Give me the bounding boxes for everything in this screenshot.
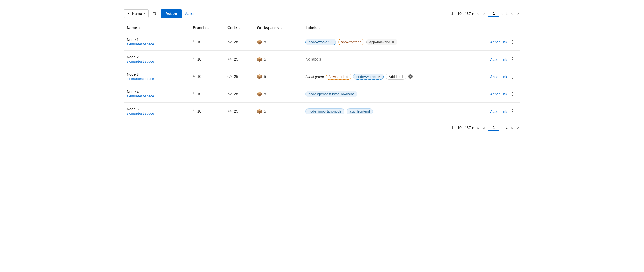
code-cell: </> 25 [224, 68, 254, 85]
bottom-pagination: 1 – 10 of 37 ▾ × × of 4 × × [124, 120, 520, 133]
workspace-count: 5 [264, 109, 266, 113]
action-link-button[interactable]: Action [184, 9, 197, 18]
branch-icon: ⑂ [193, 74, 195, 79]
labels-cell: node=worker ✕ app=frontend app=backend ✕ [302, 33, 478, 51]
bottom-pagination-x1[interactable]: × [476, 125, 480, 130]
action-cell: Action link ⋮ [478, 85, 520, 103]
bottom-pagination-x2[interactable]: × [482, 125, 486, 130]
row-kebab-button[interactable]: ⋮ [508, 107, 517, 115]
workspaces-cell: 📦 5 [254, 33, 302, 51]
of-pages-text: of 4 [501, 11, 507, 16]
label-remove-button[interactable]: ✕ [345, 75, 348, 78]
branch-icon: ⑂ [193, 109, 195, 114]
pagination-range-dropdown[interactable]: 1 – 10 of 37 ▾ [451, 11, 474, 16]
code-icon: </> [227, 109, 232, 113]
labels-sort-icon[interactable]: ↕ [319, 26, 321, 29]
sort-button[interactable]: ⇅ [151, 9, 158, 18]
action-link[interactable]: Action link [490, 40, 507, 44]
node-sub-link[interactable]: siemur/test-space [127, 77, 154, 81]
kebab-menu-button[interactable]: ⋮ [199, 10, 208, 18]
bottom-pagination-x3[interactable]: × [510, 125, 514, 130]
name-cell: Node 3 siemur/test-space [124, 68, 190, 85]
action-link[interactable]: Action link [490, 75, 507, 79]
workspaces-cell: 📦 5 [254, 51, 302, 68]
filter-button[interactable]: ▼ Name ▾ [124, 9, 149, 18]
branch-sort-icon[interactable]: ↕ [207, 26, 209, 29]
code-cell: </> 25 [224, 33, 254, 51]
workspace-icon: 📦 [257, 109, 262, 114]
label-tag: node.openshift.io/os_id=rhcos [305, 91, 357, 97]
action-cell: Action link ⋮ [478, 33, 520, 51]
code-icon: </> [227, 75, 232, 78]
node-name: Node 5 [127, 107, 186, 111]
pagination-x1[interactable]: × [476, 11, 480, 16]
bottom-page-number-input[interactable] [488, 125, 499, 131]
col-labels: Labels ↕ [302, 22, 478, 33]
page-number-input[interactable] [488, 11, 499, 17]
label-tag: app=frontend [347, 108, 373, 114]
table-row: Node 3 siemur/test-space ⑂ 10 </> 25 [124, 68, 520, 85]
row-kebab-button[interactable]: ⋮ [508, 73, 517, 81]
code-sort-icon[interactable]: ↕ [238, 26, 240, 29]
label-remove-button[interactable]: ✕ [378, 75, 381, 78]
node-sub-link[interactable]: siemur/test-space [127, 94, 154, 98]
action-primary-button[interactable]: Action [161, 9, 182, 18]
workspaces-cell: 📦 5 [254, 103, 302, 120]
code-count: 25 [234, 92, 238, 96]
code-count: 25 [234, 109, 238, 113]
workspaces-sort-icon[interactable]: ↕ [280, 26, 282, 29]
bottom-pagination-chevron: ▾ [472, 126, 474, 130]
branch-count: 10 [197, 57, 202, 61]
label-remove-button[interactable]: ✕ [392, 40, 394, 44]
bottom-pagination-x4[interactable]: × [516, 125, 520, 130]
action-link[interactable]: Action link [490, 109, 507, 114]
table-row: Node 4 siemur/test-space ⑂ 10 </> 25 [124, 85, 520, 103]
name-sort-icon[interactable]: ↕ [138, 26, 140, 29]
node-sub-link[interactable]: siemur/test-space [127, 59, 154, 63]
label-tag: app=backend ✕ [366, 39, 397, 45]
label-tag: New label ✕ [326, 74, 351, 80]
label-tag: node=important-node [305, 108, 344, 114]
node-sub-link[interactable]: siemur/test-space [127, 111, 154, 115]
bottom-of-pages-text: of 4 [501, 126, 507, 130]
branch-icon: ⑂ [193, 39, 195, 44]
branch-cell: ⑂ 10 [190, 51, 224, 68]
pagination-x2[interactable]: × [482, 11, 486, 16]
add-label-button[interactable]: Add label [386, 74, 406, 80]
label-tag: node=worker ✕ [305, 39, 336, 45]
labels-cell: Label group New label ✕ node=worker ✕ Ad… [302, 68, 478, 85]
row-kebab-button[interactable]: ⋮ [508, 55, 517, 63]
name-cell: Node 2 siemur/test-space [124, 51, 190, 68]
code-cell: </> 25 [224, 51, 254, 68]
node-sub-link[interactable]: siemur/test-space [127, 42, 154, 46]
label-remove-button[interactable]: ✕ [330, 40, 333, 44]
code-icon: </> [227, 40, 232, 44]
name-cell: Node 4 siemur/test-space [124, 85, 190, 103]
branch-count: 10 [197, 40, 202, 44]
workspace-count: 5 [264, 57, 266, 61]
node-name: Node 1 [127, 38, 186, 42]
pagination-x3[interactable]: × [510, 11, 514, 16]
labels-cell: No labels [302, 51, 478, 68]
table-row: Node 1 siemur/test-space ⑂ 10 </> 25 [124, 33, 520, 51]
action-link[interactable]: Action link [490, 92, 507, 96]
row-kebab-button[interactable]: ⋮ [508, 90, 517, 98]
branch-icon: ⑂ [193, 91, 195, 96]
branch-cell: ⑂ 10 [190, 103, 224, 120]
row-kebab-button[interactable]: ⋮ [508, 38, 517, 46]
bottom-pagination-range-dropdown[interactable]: 1 – 10 of 37 ▾ [451, 126, 474, 130]
clear-labels-button[interactable]: ✕ [408, 74, 413, 79]
action-cell: Action link ⋮ [478, 68, 520, 85]
pagination-x4[interactable]: × [516, 11, 520, 16]
label-tag: app=frontend [338, 39, 364, 45]
no-labels-text: No labels [305, 57, 321, 61]
workspace-count: 5 [264, 40, 266, 44]
labels-cell: node.openshift.io/os_id=rhcos [302, 85, 478, 103]
workspace-icon: 📦 [257, 39, 262, 45]
branch-count: 10 [197, 109, 202, 113]
branch-icon: ⑂ [193, 57, 195, 62]
col-workspaces: Workspaces ↕ [254, 22, 302, 33]
labels-cell: node=important-node app=frontend [302, 103, 478, 120]
action-link[interactable]: Action link [490, 57, 507, 62]
branch-cell: ⑂ 10 [190, 33, 224, 51]
